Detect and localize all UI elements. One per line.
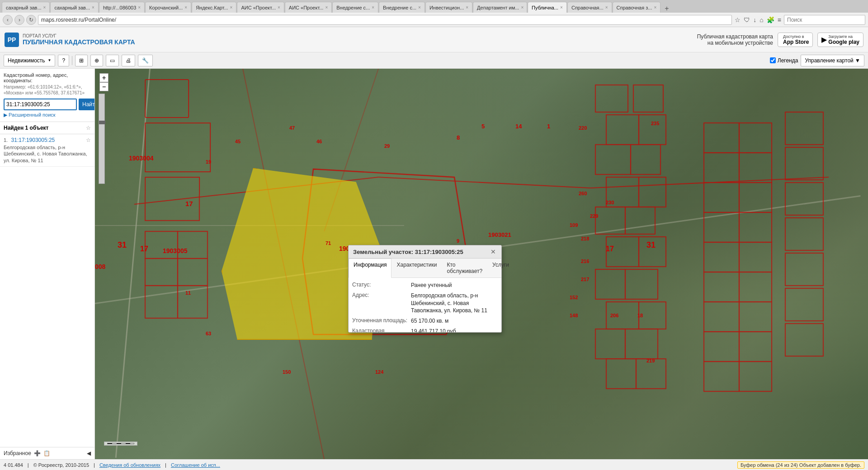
zoom-level: 4 01.484: [4, 462, 23, 468]
zoom-slider[interactable]: [99, 94, 105, 184]
tab-13[interactable]: Справочная з...×: [613, 2, 661, 13]
popup-tab-info[interactable]: Информация: [349, 258, 392, 278]
property-dropdown[interactable]: Недвижимость: [4, 55, 55, 66]
popup-title: Земельный участок: 31:17:1903005:25: [353, 249, 463, 255]
select-btn[interactable]: ▭: [106, 55, 119, 66]
tab-1[interactable]: сахарный зав...×: [50, 2, 98, 13]
popup-tab-chars[interactable]: Характеристики: [392, 258, 442, 277]
googleplay-icon: ▶: [821, 35, 827, 44]
popup-label-area: Уточненная площадь:: [352, 317, 411, 324]
bookmark-icon[interactable]: ☆: [734, 15, 741, 24]
tab-7[interactable]: Внедрение с...×: [332, 2, 378, 13]
popup-row-area: Уточненная площадь: 65 170.00 кв. м: [352, 317, 498, 325]
favorites-manage-icon[interactable]: 📋: [43, 450, 50, 456]
cadastral-search-input[interactable]: [4, 99, 77, 110]
print-btn[interactable]: 🖨: [122, 55, 135, 66]
results-count: Найден 1 объект: [4, 125, 49, 131]
app-header: РР ПОРТАЛ УСЛУГ ПУБЛИЧНАЯ КАДАСТРОВАЯ КА…: [0, 27, 868, 52]
menu-icon[interactable]: ≡: [777, 15, 782, 24]
zoom-thumb: [99, 121, 105, 124]
favorites-label: Избранное: [4, 450, 31, 456]
results-star-icon[interactable]: ☆: [86, 125, 91, 131]
result-star-icon[interactable]: ☆: [86, 137, 91, 143]
map-toolbar: Недвижимость ? ⊞ ⊕ ▭ 🖨 🔧 Легенда Управле…: [0, 52, 868, 69]
map-mobile-title: Публичная кадастровая карта на мобильном…: [697, 33, 773, 46]
zoom-out-btn[interactable]: −: [99, 82, 108, 91]
address-input[interactable]: maps.rosreestr.ru/PortalOnline/: [38, 15, 732, 25]
result-cadastral-link[interactable]: 31:17:1903005:25: [11, 137, 55, 143]
tab-bar: сахарный зав...× сахарный зав...× http:/…: [0, 0, 868, 13]
search-button[interactable]: Найти: [79, 99, 95, 110]
favorites-bar: Избранное ➕ 📋 ◀: [0, 447, 94, 459]
app-logo: РР ПОРТАЛ УСЛУГ ПУБЛИЧНАЯ КАДАСТРОВАЯ КА…: [5, 33, 135, 47]
logo-text: ПОРТАЛ УСЛУГ ПУБЛИЧНАЯ КАДАСТРОВАЯ КАРТА: [23, 33, 135, 46]
result-address: Белгородская область, р-н Шебекинский, с…: [4, 144, 91, 164]
agreement-link[interactable]: Соглашение об исп...: [171, 462, 220, 468]
zoom-in-btn[interactable]: +: [99, 73, 108, 82]
popup-row-status: Статус: Ранее учтенный: [352, 282, 498, 289]
forward-button[interactable]: ›: [14, 15, 24, 25]
main-layout: Кадастровый номер, адрес, координаты: На…: [0, 69, 868, 459]
popup-tab-services[interactable]: Услуги: [487, 258, 514, 277]
tab-3[interactable]: Корочанский...×: [145, 2, 191, 13]
tab-2[interactable]: http://...086003×: [99, 2, 145, 13]
scale-bar: [104, 442, 137, 446]
tools-btn[interactable]: 🔧: [138, 55, 153, 66]
tab-6[interactable]: АИС «Проект...×: [285, 2, 332, 13]
popup-tab-who[interactable]: Кто обслуживает?: [442, 258, 487, 277]
parcel-popup: Земельный участок: 31:17:1903005:25 ✕ Ин…: [348, 245, 502, 333]
map-area[interactable]: 1903004 1903005 47 45 46 29 8 5 14 1 220…: [95, 69, 868, 459]
tab-8[interactable]: Внедрение с...×: [379, 2, 425, 13]
updates-link[interactable]: Сведения об обновлениях: [99, 462, 160, 468]
legend-checkbox[interactable]: [770, 57, 776, 63]
help-btn[interactable]: ?: [58, 55, 69, 66]
back-button[interactable]: ‹: [3, 15, 13, 25]
favorites-add-icon[interactable]: ➕: [34, 450, 41, 456]
shield-icon: 🛡: [743, 15, 751, 24]
logo-icon: РР: [5, 33, 19, 47]
legend-checkbox-label[interactable]: Легенда: [770, 57, 798, 64]
extensions-icon[interactable]: 🧩: [766, 15, 775, 24]
tab-10[interactable]: Департамент им...×: [473, 2, 527, 13]
zoom-controls: + −: [99, 73, 108, 91]
search-hint: Например: «61:6:10104:12», «61:6:*», «Мо…: [4, 84, 91, 96]
full-extent-btn[interactable]: ⊞: [75, 55, 88, 66]
home-icon[interactable]: ⌂: [759, 15, 764, 24]
download-icon[interactable]: ↓: [752, 15, 757, 24]
status-separator-1: |: [28, 462, 29, 468]
popup-header: Земельный участок: 31:17:1903005:25 ✕: [349, 245, 501, 258]
toolbar-separator-1: [72, 56, 72, 65]
left-panel: Кадастровый номер, адрес, координаты: На…: [0, 69, 95, 459]
appstore-badge[interactable]: Доступно в App Store: [778, 33, 813, 47]
new-tab-button[interactable]: +: [661, 5, 672, 13]
popup-value-address: Белгородская область, р-н Шебекинский, с…: [411, 292, 498, 315]
tab-4[interactable]: Яндекс.Карт...×: [192, 2, 236, 13]
browser-search-input[interactable]: [784, 15, 865, 25]
result-number: 1.: [4, 137, 8, 143]
search-panel: Кадастровый номер, адрес, координаты: На…: [0, 69, 94, 122]
address-text: maps.rosreestr.ru/PortalOnline/: [41, 17, 116, 23]
tab-9[interactable]: Инвестицион...×: [425, 2, 472, 13]
reload-button[interactable]: ↻: [26, 15, 36, 25]
tab-11[interactable]: Публична...×: [528, 2, 567, 13]
appstore-text: Доступно в App Store: [783, 34, 809, 45]
advanced-search-link[interactable]: ▶ Расширенный поиск: [4, 112, 91, 118]
popup-value-cost: 19 461 717.10 руб.: [411, 328, 498, 332]
result-item-0: 1. 31:17:1903005:25 ☆ Белгородская облас…: [0, 134, 94, 167]
status-bar: 4 01.484 | © Росреестр, 2010-2015 | Свед…: [0, 459, 868, 470]
tab-0[interactable]: сахарный зав...×: [2, 2, 50, 13]
zoom-to-btn[interactable]: ⊕: [90, 55, 103, 66]
tab-12[interactable]: Справочная...×: [567, 2, 612, 13]
favorites-collapse-icon[interactable]: ◀: [87, 450, 91, 456]
googleplay-badge[interactable]: ▶ Загрузите на Google play: [817, 33, 863, 47]
tab-5[interactable]: АИС «Проект...×: [237, 2, 284, 13]
app-title: ПУБЛИЧНАЯ КАДАСТРОВАЯ КАРТА: [23, 38, 135, 46]
manage-map-btn[interactable]: Управление картой ▼: [801, 55, 864, 66]
popup-row-cost: Кадастровая стоимость: 19 461 717.10 руб…: [352, 328, 498, 332]
popup-content: Статус: Ранее учтенный Адрес: Белгородск…: [349, 278, 501, 332]
popup-close-btn[interactable]: ✕: [490, 248, 497, 255]
popup-value-area: 65 170.00 кв. м: [411, 317, 498, 325]
status-separator-3: |: [165, 462, 166, 468]
copyright-text: © Росреестр, 2010-2015: [33, 462, 89, 468]
popup-label-address: Адрес:: [352, 292, 411, 298]
